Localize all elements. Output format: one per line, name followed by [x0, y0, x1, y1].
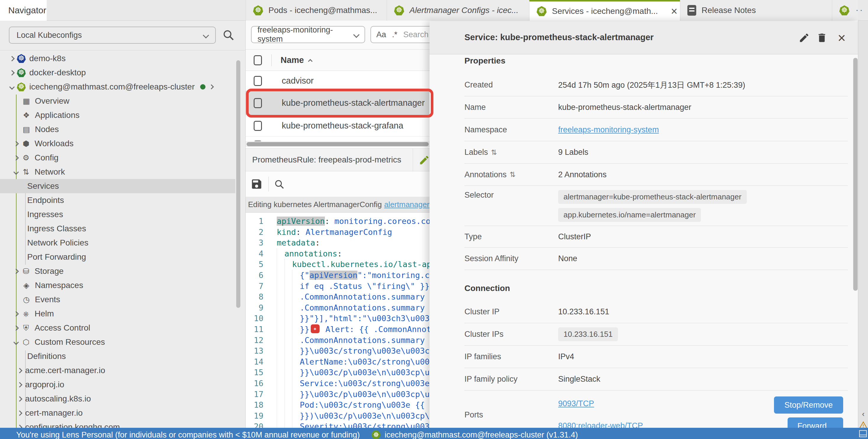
sidebar-item-services[interactable]: Services [0, 179, 235, 193]
indent-guide [292, 291, 300, 302]
close-icon[interactable]: × [671, 6, 677, 17]
code-token: Service:\u003c/strong\u003e { [300, 379, 439, 388]
kubernetes-icon [253, 5, 263, 15]
sidebar-item-helm[interactable]: ⎈Helm [0, 307, 235, 321]
close-icon[interactable]: × [835, 31, 848, 44]
column-header-name[interactable]: Name [281, 55, 304, 65]
sidebar-item-config[interactable]: ⚙Config [0, 151, 235, 165]
cluster-demo-k8s[interactable]: demo-k8s [0, 52, 235, 66]
chevron-right-icon[interactable] [13, 141, 19, 146]
sidebar-item-configuration-konghq[interactable]: configuration.konghq.com [0, 420, 235, 428]
sidebar-item-storage[interactable]: ⛁Storage [0, 264, 235, 278]
editor-breadcrumb: Editing kubernetes AlertmanagerConfig al… [246, 197, 453, 213]
chevron-right-icon[interactable] [17, 382, 22, 387]
sidebar-item-namespaces[interactable]: ◈Namespaces [0, 278, 235, 293]
chevron-right-icon[interactable] [13, 311, 19, 316]
chevron-right-icon[interactable] [9, 70, 14, 75]
sort-toggle-icon[interactable]: ⇅ [510, 170, 516, 179]
detail-row-label: Cluster IPs [464, 330, 558, 339]
tab-overflow-dots-icon[interactable]: ·· [856, 5, 864, 15]
sidebar-item-label: Services [27, 181, 59, 191]
sidebar-item-argoproj[interactable]: argoproj.io [0, 377, 235, 392]
sidebar-item-applications[interactable]: ❖Applications [0, 108, 235, 122]
sidebar-search-icon[interactable] [222, 29, 235, 41]
badge-list: alertmanager=kube-prometheus-stack-alert… [558, 190, 747, 222]
indent-guide [277, 399, 284, 410]
chevron-right-icon[interactable] [13, 155, 19, 160]
chevron-right-icon[interactable] [17, 425, 22, 428]
cluster-docker-desktop[interactable]: docker-desktop [0, 66, 235, 80]
chevron-down-icon[interactable] [13, 169, 19, 175]
detail-row-label: Name [464, 103, 558, 112]
sidebar-item-definitions[interactable]: Definitions [0, 349, 235, 363]
tab-label: Release Notes [702, 6, 756, 15]
sidebar-item-network[interactable]: ⇅Network [0, 165, 235, 179]
detail-row-value[interactable]: freeleaps-monitoring-system [558, 125, 659, 134]
indent-guide [277, 410, 284, 421]
kubeconfig-selector[interactable]: Local Kubeconfigs [9, 27, 216, 44]
sidebar-item-cert-manager[interactable]: cert-manager.io [0, 406, 235, 420]
terminal-panel-icon[interactable] [859, 430, 867, 437]
sidebar-item-acme-cert-manager[interactable]: acme.cert-manager.io [0, 363, 235, 377]
line-number: 6 [246, 270, 264, 281]
sidebar-item-endpoints[interactable]: Endpoints [0, 193, 235, 207]
sidebar-item-port-forwarding[interactable]: Port Forwarding [0, 250, 235, 264]
detail-row-label: IP family policy [464, 375, 558, 384]
match-case-toggle[interactable]: Aa [376, 30, 386, 39]
chevron-right-icon[interactable] [17, 396, 22, 402]
custom-icon: ⬡ [21, 338, 31, 347]
sidebar-item-label: Access Control [35, 323, 90, 333]
indent-guide [292, 270, 300, 281]
chevron-right-icon[interactable] [13, 269, 19, 274]
sort-toggle-icon[interactable]: ⇅ [491, 148, 497, 157]
chevron-right-icon[interactable] [17, 410, 22, 416]
edit-icon[interactable] [798, 31, 811, 44]
cluster-freeleaps[interactable]: icecheng@mathmast.com@freeleaps-cluster [0, 80, 235, 94]
sidebar-item-nodes[interactable]: ▤Nodes [0, 122, 235, 136]
port-link[interactable]: 9093/TCP [558, 399, 594, 408]
tab-release-notes[interactable]: Release Notes [680, 0, 832, 21]
sidebar-item-custom-resources[interactable]: ⬡Custom Resources [0, 335, 235, 349]
stop-remove-button[interactable]: Stop/Remove [774, 397, 843, 414]
chevron-right-icon[interactable] [9, 56, 14, 61]
chevron-right-icon[interactable] [209, 85, 214, 90]
sidebar-scrollbar[interactable] [236, 60, 240, 308]
editing-object-link[interactable]: alertmanager [384, 200, 429, 209]
row-checkbox[interactable] [254, 76, 262, 86]
sidebar-item-label: Ingresses [27, 210, 63, 219]
edit-icon[interactable] [418, 155, 430, 166]
regex-toggle[interactable]: .* [392, 30, 397, 39]
sidebar-item-overview[interactable]: ▦Overview [0, 94, 235, 108]
delete-icon[interactable] [815, 31, 828, 44]
drawer-scrollbar[interactable] [853, 58, 858, 291]
save-icon[interactable] [250, 178, 263, 190]
sidebar-item-autoscaling[interactable]: autoscaling.k8s.io [0, 392, 235, 406]
sidebar-item-access-control[interactable]: ⛨Access Control [0, 321, 235, 335]
tab-alertmanager-configs[interactable]: Alertmanager Configs - icec... [387, 0, 529, 21]
tab-overflow[interactable] [832, 0, 858, 21]
tab-services[interactable]: Services - icecheng@math...× [529, 0, 680, 21]
select-all-checkbox[interactable] [254, 55, 262, 65]
chevron-right-icon[interactable] [13, 325, 19, 331]
editor-search-icon[interactable] [274, 179, 285, 190]
tab-pods[interactable]: Pods - icecheng@mathmas... [246, 0, 387, 21]
network-icon: ⇅ [21, 168, 31, 177]
chevron-right-icon[interactable] [17, 368, 22, 373]
sidebar-item-network-policies[interactable]: Network Policies [0, 236, 235, 250]
row-checkbox[interactable] [254, 121, 262, 131]
sidebar-item-ingresses[interactable]: Ingresses [0, 207, 235, 222]
kubernetes-icon [17, 68, 26, 77]
namespace-selector[interactable]: freeleaps-monitoring-system [251, 26, 365, 43]
sidebar-item-events[interactable]: ◷Events [0, 293, 235, 307]
sort-ascending-icon[interactable] [308, 59, 313, 64]
chevron-down-icon[interactable] [9, 84, 14, 90]
kubeconfig-selector-value: Local Kubeconfigs [17, 31, 82, 40]
detail-row-value: None [558, 254, 578, 263]
collapse-panel-icon[interactable]: ‹ [860, 409, 867, 418]
sidebar-item-label: demo-k8s [29, 54, 66, 63]
yaml-editor[interactable]: 1apiVersion: monitoring.coreos.com/v12ki… [246, 213, 453, 428]
sidebar-item-workloads[interactable]: ⬢Workloads [0, 136, 235, 151]
chevron-down-icon[interactable] [13, 339, 19, 345]
sidebar-item-ingress-classes[interactable]: Ingress Classes [0, 222, 235, 236]
horizontal-scrollbar[interactable] [247, 142, 429, 146]
